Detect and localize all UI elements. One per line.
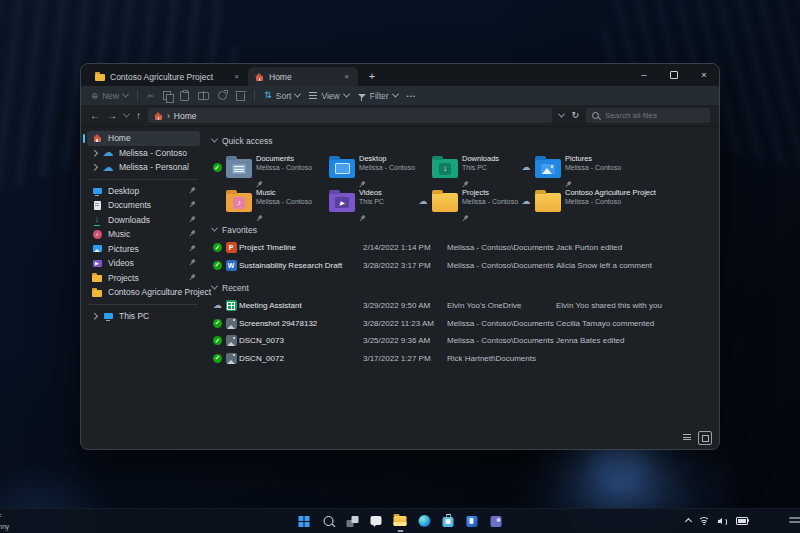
details-view-toggle[interactable] [681,431,693,443]
tile-downloads[interactable]: ↓ Downloads This PC [418,152,518,183]
large-icons-view-toggle[interactable] [698,431,712,445]
pictures-icon [93,245,102,252]
tab-home[interactable]: Home × [248,67,358,86]
sidebar-item-home[interactable]: Home [87,131,200,146]
chevron-right-icon[interactable] [91,313,97,319]
clock-partial[interactable] [789,514,800,526]
delete-button[interactable] [236,91,245,101]
tile-projects[interactable]: Projects Melissa - Contoso [418,186,518,217]
file-row-project-timeline[interactable]: Project Timeline 2/14/2022 1:14 PM Melis… [212,239,713,257]
file-row-meeting-assistant[interactable]: Meeting Assistant 3/29/2022 9:50 AM Elvi… [212,297,713,315]
file-row-sustainability-research-draft[interactable]: Sustainability Research Draft 3/28/2022 … [212,257,713,275]
file-row-dscn-0073[interactable]: DSCN_0073 3/25/2022 9:36 AM Melissa - Co… [212,332,713,350]
file-explorer-button[interactable] [391,511,410,532]
cloud-status-icon [213,301,222,310]
sidebar-item-documents[interactable]: Documents [87,198,200,213]
hidden-icons-chevron[interactable] [685,517,692,524]
office-button[interactable] [463,511,482,532]
sidebar-item-this-pc[interactable]: This PC [87,309,200,324]
weather-widget[interactable]: °F unny [0,512,9,531]
task-view-button[interactable] [343,511,362,532]
close-tab-icon[interactable]: × [232,72,241,81]
new-tab-button[interactable]: + [364,68,380,84]
pin-icon [357,212,368,223]
sort-arrows-icon: ⇅ [264,91,272,100]
chat-button[interactable] [367,511,386,532]
excel-file-icon [226,300,237,311]
wifi-icon[interactable] [699,517,710,525]
close-tab-icon[interactable]: × [342,72,351,81]
chevron-right-icon[interactable] [91,164,97,170]
sidebar-item-downloads[interactable]: ↓ Downloads [87,213,200,228]
address-dropdown-chevron[interactable] [558,111,565,118]
refresh-button[interactable]: ↻ [571,111,579,120]
quick-access-header[interactable]: Quick access [212,134,713,147]
folder-icon [95,74,105,81]
file-row-dscn-0072[interactable]: DSCN_0072 3/17/2022 1:27 PM Rick Hartnet… [212,350,713,368]
breadcrumb[interactable]: Home [174,111,197,121]
store-button[interactable] [439,511,458,532]
pin-icon [187,184,198,195]
view-button[interactable]: View [309,91,348,101]
tile-documents[interactable]: Documents Melissa - Contoso [212,152,312,183]
chevron-right-icon[interactable] [91,150,97,156]
new-button[interactable]: ⊕ New [91,91,128,101]
trash-icon [236,93,245,101]
task-view-icon [346,516,358,527]
circle-plus-icon: ⊕ [91,91,98,101]
projects-folder-icon [432,193,458,212]
tab-contoso-agriculture-project[interactable]: Contoso Agriculture Project × [88,67,248,86]
filter-button[interactable]: Filter [358,91,398,101]
cloud-status-icon [522,197,531,206]
battery-icon[interactable] [736,517,748,525]
up-button[interactable]: ↑ [136,111,141,121]
sidebar-item-pictures[interactable]: Pictures [87,242,200,257]
sort-button[interactable]: ⇅ Sort [264,91,300,101]
system-tray [686,509,748,533]
sidebar-item-melissa-contoso[interactable]: Melissa - Contoso [87,146,200,161]
copy-button[interactable] [163,91,171,100]
chevron-down-icon [122,91,129,98]
file-row-screenshot-29478132[interactable]: Screenshot 29478132 3/28/2022 11:23 AM M… [212,315,713,333]
rename-button[interactable] [198,92,209,100]
search-input[interactable] [603,110,704,121]
back-button[interactable]: ← [90,111,100,121]
close-button[interactable]: × [689,64,719,86]
sidebar-item-melissa-personal[interactable]: Melissa - Personal [87,160,200,175]
tile-pictures[interactable]: Pictures Melissa - Contoso [521,152,621,183]
navigation-bar: ← → ↑ › Home ↻ [81,105,719,127]
search-button[interactable] [319,511,338,532]
recent-header[interactable]: Recent [212,281,713,294]
volume-icon[interactable] [718,517,728,525]
tile-contoso-agriculture-project[interactable]: Contoso Agriculture Project Melissa - Co… [521,186,671,217]
onedrive-cloud-icon [103,147,114,158]
pin-icon [187,228,198,239]
favorites-header[interactable]: Favorites [212,223,713,236]
start-button[interactable] [295,511,314,532]
more-options-button[interactable]: ••• [407,93,416,99]
tile-videos[interactable]: Videos This PC [315,186,415,217]
minimize-button[interactable]: – [629,64,659,86]
sidebar-item-videos[interactable]: Videos [87,256,200,271]
share-button[interactable] [218,91,227,100]
tile-music[interactable]: Music Melissa - Contoso [212,186,312,217]
sidebar-item-projects[interactable]: Projects [87,271,200,286]
search-box[interactable] [586,108,710,123]
file-explorer-window: Contoso Agriculture Project × Home × + –… [80,63,720,450]
recent-locations-chevron[interactable] [123,111,130,118]
teams-button[interactable] [487,511,506,532]
folder-icon [92,290,102,297]
cut-button[interactable]: ✂ [147,91,154,101]
tile-desktop[interactable]: Desktop Melissa - Contoso [315,152,415,183]
sidebar-item-desktop[interactable]: Desktop [87,184,200,199]
maximize-button[interactable] [659,64,689,86]
sidebar-item-music[interactable]: Music [87,227,200,242]
forward-button[interactable]: → [107,111,117,121]
paste-button[interactable] [180,91,189,101]
command-bar: ⊕ New ✂ ⇅ Sort View Filter ••• [81,86,719,105]
office-app-icon [467,516,478,527]
sidebar-item-contoso-agriculture-project[interactable]: Contoso Agriculture Project [87,285,200,300]
cloud-status-icon [419,197,428,206]
edge-button[interactable] [415,511,434,532]
address-bar[interactable]: › Home [148,108,552,123]
